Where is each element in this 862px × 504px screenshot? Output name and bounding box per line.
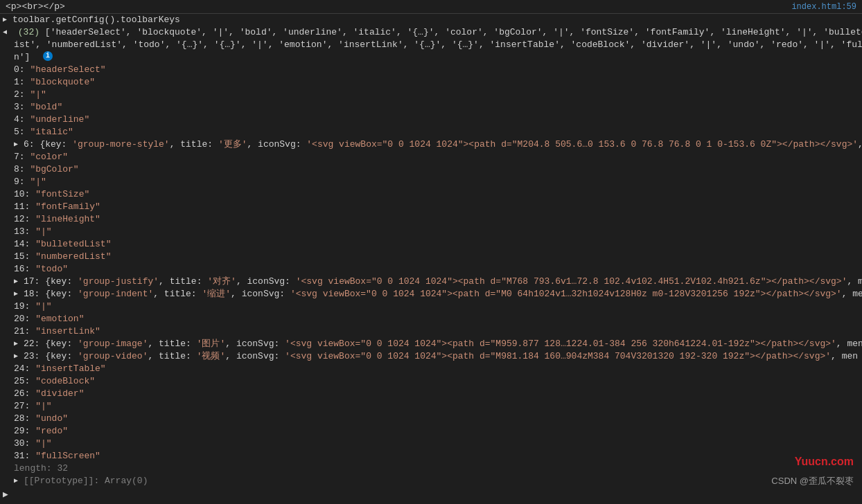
array-item-14[interactable]: 14: "bulletedList" bbox=[0, 238, 862, 251]
array-item-19[interactable]: 19: "|" bbox=[0, 300, 862, 313]
index-label: 12: bbox=[14, 213, 35, 226]
array-item-21[interactable]: 21: "insertLink" bbox=[0, 325, 862, 338]
expand-icon-18[interactable]: ▶ bbox=[14, 288, 22, 300]
index-label: 18: bbox=[24, 288, 45, 300]
key-val: 'group-justify' bbox=[78, 276, 159, 288]
array-item-11[interactable]: 11: "fontFamily" bbox=[0, 201, 862, 213]
array-item-15[interactable]: 15: "numberedList" bbox=[0, 251, 862, 263]
array-item-12[interactable]: 12: "lineHeight" bbox=[0, 213, 862, 226]
array-item-3[interactable]: 3: "bold" bbox=[0, 101, 862, 114]
array-item-10[interactable]: 10: "fontSize" bbox=[0, 188, 862, 201]
rest: , iconSvg: bbox=[231, 288, 290, 300]
item-value: {key: bbox=[39, 138, 72, 151]
index-label: 22: bbox=[24, 338, 45, 350]
svg-val: '<svg viewBox="0 0 1024 1024"><path d="M… bbox=[296, 276, 847, 288]
index-label: 11: bbox=[14, 201, 35, 213]
index-label: 13: bbox=[14, 226, 35, 238]
array-item-2[interactable]: 2: "|" bbox=[0, 89, 862, 101]
item-value: "undo" bbox=[35, 413, 68, 425]
array-item-25[interactable]: 25: "codeBlock" bbox=[0, 375, 862, 388]
index-label: 6: bbox=[24, 138, 39, 151]
top-bar: <p><br></p> index.html:59 bbox=[0, 0, 862, 14]
title-val: '图片' bbox=[197, 338, 226, 350]
title-val: '对齐' bbox=[207, 276, 236, 288]
item-value: "divider" bbox=[35, 388, 84, 400]
array-item-29[interactable]: 29: "redo" bbox=[0, 425, 862, 438]
item-value: "bulletedList" bbox=[35, 238, 111, 251]
array-item-6[interactable]: ▶ 6: {key: 'group-more-style', title: '更… bbox=[0, 138, 862, 151]
index-label: 8: bbox=[14, 163, 30, 176]
title-val: '缩进' bbox=[202, 288, 231, 300]
array-item-23[interactable]: ▶ 23: {key: 'group-video', title: '视频', … bbox=[0, 350, 862, 363]
item-value: {key: bbox=[45, 276, 78, 288]
array-item-5[interactable]: 5: "italic" bbox=[0, 126, 862, 138]
info-icon[interactable]: i bbox=[43, 51, 53, 61]
array-item-4[interactable]: 4: "underline" bbox=[0, 114, 862, 126]
array-count: (32) bbox=[18, 26, 39, 39]
expand-icon[interactable]: ▶ bbox=[3, 14, 11, 26]
array-item-13[interactable]: 13: "|" bbox=[0, 226, 862, 238]
index-label: 1: bbox=[14, 76, 30, 89]
comma: , title: bbox=[153, 288, 202, 300]
item-value: "insertLink" bbox=[35, 325, 100, 338]
array-item-17[interactable]: ▶ 17: {key: 'group-justify', title: '对齐'… bbox=[0, 276, 862, 288]
array-item-22[interactable]: ▶ 22: {key: 'group-image', title: '图片', … bbox=[0, 338, 862, 350]
expand-icon-proto[interactable]: ▶ bbox=[14, 475, 22, 487]
key-val: 'group-video' bbox=[78, 350, 148, 363]
summary-count bbox=[12, 26, 18, 39]
svg-val: '<svg viewBox="0 0 1024 1024"><path d="M… bbox=[290, 288, 842, 300]
array-item-1[interactable]: 1: "blockquote" bbox=[0, 76, 862, 89]
item-value: "codeBlock" bbox=[35, 375, 95, 388]
index-label: 16: bbox=[14, 263, 35, 276]
array-item-9[interactable]: 9: "|" bbox=[0, 176, 862, 188]
toolbar-call-line[interactable]: ▶ toolbar.getConfig().toolbarKeys bbox=[0, 14, 862, 26]
rest: , iconSvg: bbox=[247, 138, 306, 151]
prototype-label: [[Prototype]]: Array(0) bbox=[24, 475, 148, 487]
expand-icon-23[interactable]: ▶ bbox=[14, 350, 22, 363]
collapse-icon[interactable]: ◀ bbox=[3, 26, 11, 39]
title-val: '视频' bbox=[197, 350, 226, 363]
expand-icon-17[interactable]: ▶ bbox=[14, 276, 22, 288]
array-item-16[interactable]: 16: "todo" bbox=[0, 263, 862, 276]
item-value: "italic" bbox=[30, 126, 73, 138]
footer-prototype[interactable]: ▶ [[Prototype]]: Array(0) bbox=[0, 475, 862, 487]
file-link[interactable]: index.html:59 bbox=[791, 2, 856, 12]
comma: , title: bbox=[148, 350, 196, 363]
item-value: "|" bbox=[35, 226, 51, 238]
item-value: {key: bbox=[45, 288, 78, 300]
expand-icon-22[interactable]: ▶ bbox=[14, 338, 22, 350]
index-label: 0: bbox=[14, 64, 30, 76]
item-value: "|" bbox=[35, 400, 51, 413]
top-code: <p><br></p> bbox=[6, 1, 65, 12]
item-value: "bold" bbox=[30, 101, 62, 114]
console-panel[interactable]: <p><br></p> index.html:59 ▶ toolbar.getC… bbox=[0, 0, 862, 504]
item-value: "color" bbox=[30, 151, 68, 163]
index-label: 17: bbox=[24, 276, 45, 288]
array-item-8[interactable]: 8: "bgColor" bbox=[0, 163, 862, 176]
expand-icon-6[interactable]: ▶ bbox=[14, 138, 22, 151]
index-label: 3: bbox=[14, 101, 30, 114]
array-item-31[interactable]: 31: "fullScreen" bbox=[0, 450, 862, 462]
item-value: "|" bbox=[30, 176, 46, 188]
array-item-27[interactable]: 27: "|" bbox=[0, 400, 862, 413]
bottom-caret: ▶ bbox=[0, 487, 862, 501]
summary-line[interactable]: ◀ (32) ['headerSelect', 'blockquote', '|… bbox=[0, 26, 862, 39]
comma: , title: bbox=[170, 138, 218, 151]
array-item-30[interactable]: 30: "|" bbox=[0, 438, 862, 450]
array-item-20[interactable]: 20: "emotion" bbox=[0, 313, 862, 325]
index-label: 25: bbox=[14, 375, 35, 388]
array-item-7[interactable]: 7: "color" bbox=[0, 151, 862, 163]
footer-length: length: 32 bbox=[0, 462, 862, 475]
array-item-24[interactable]: 24: "insertTable" bbox=[0, 363, 862, 375]
array-item-18[interactable]: ▶ 18: {key: 'group-indent', title: '缩进',… bbox=[0, 288, 862, 300]
array-item-28[interactable]: 28: "undo" bbox=[0, 413, 862, 425]
array-item-26[interactable]: 26: "divider" bbox=[0, 388, 862, 400]
index-label: 4: bbox=[14, 114, 30, 126]
index-label: 10: bbox=[14, 188, 35, 201]
item-value: "insertTable" bbox=[35, 363, 105, 375]
index-label: 20: bbox=[14, 313, 35, 325]
index-label: 31: bbox=[14, 450, 35, 462]
item-value: "headerSelect" bbox=[30, 64, 105, 76]
summary-line-2: ist', 'numberedList', 'todo', '{…}', '{…… bbox=[0, 39, 862, 51]
array-item-0[interactable]: 0: "headerSelect" bbox=[0, 64, 862, 76]
